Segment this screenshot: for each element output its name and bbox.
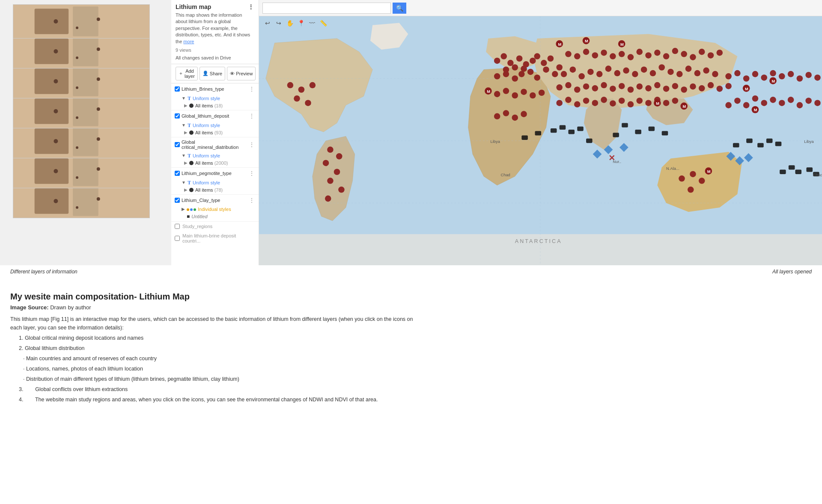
expand-arrow-brines[interactable]: ▼ <box>182 96 186 101</box>
items-dot-pegmotite <box>189 188 194 192</box>
svg-point-100 <box>752 95 759 102</box>
svg-point-35 <box>636 49 643 55</box>
svg-point-96 <box>672 98 679 104</box>
screenshot-6 <box>13 154 150 188</box>
svg-point-19 <box>503 71 509 77</box>
svg-text:Nur..: Nur.. <box>613 160 621 164</box>
layer-checkbox-study[interactable] <box>175 224 180 229</box>
layer-checkbox-clay[interactable] <box>175 198 180 203</box>
svg-point-33 <box>619 51 625 57</box>
style-label-clay[interactable]: Individual styles <box>198 207 231 212</box>
svg-text:ANTARCTICA: ANTARCTICA <box>515 238 562 244</box>
svg-text:M: M <box>745 87 748 91</box>
layer-style-pegmotite: ▼ 𝐓 Uniform style <box>171 179 259 187</box>
map-search-button[interactable]: 🔍 <box>393 3 406 14</box>
layer-checkbox-critical[interactable] <box>175 142 180 147</box>
pin-button[interactable]: 📍 <box>296 18 306 28</box>
layer-menu-deposit[interactable]: ⋮ <box>249 113 255 119</box>
style-icon-pegmotite: 𝐓 <box>188 180 191 186</box>
map-menu-icon[interactable]: ⋮ <box>248 3 254 10</box>
svg-point-104 <box>788 97 794 103</box>
items-expand-deposit[interactable]: ▶ <box>184 130 188 135</box>
svg-point-113 <box>770 70 776 77</box>
svg-point-112 <box>761 74 767 81</box>
layer-checkbox-brines[interactable] <box>175 86 180 92</box>
svg-rect-166 <box>577 127 584 131</box>
expand-arrow-critical[interactable]: ▼ <box>182 153 186 158</box>
svg-point-98 <box>734 98 741 104</box>
svg-point-111 <box>752 71 759 77</box>
svg-point-143 <box>699 178 705 184</box>
map-title-bar: Lithium map ⋮ <box>171 0 259 12</box>
redo-button[interactable]: ↪ <box>274 18 284 28</box>
svg-point-103 <box>779 100 785 106</box>
svg-point-7 <box>500 53 507 59</box>
svg-point-20 <box>512 75 518 82</box>
svg-point-58 <box>676 71 683 77</box>
map-search-input[interactable] <box>262 3 391 14</box>
layer-header-pegmotite: Lithium_pegmotite_type ⋮ <box>171 168 259 179</box>
svg-point-86 <box>583 98 590 104</box>
svg-point-48 <box>587 69 594 75</box>
svg-rect-157 <box>766 139 773 143</box>
expand-arrow-clay[interactable]: ▶ <box>182 207 185 211</box>
add-layer-button[interactable]: ＋ Add layer <box>176 67 198 80</box>
map-area[interactable]: 🔍 ↩ ↪ ✋ 📍 〰 📏 <box>259 0 822 265</box>
svg-text:M: M <box>620 42 624 47</box>
svg-point-44 <box>717 50 723 56</box>
svg-point-80 <box>708 82 714 89</box>
content-title: My wesite main compositation- Lithium Ma… <box>10 292 421 302</box>
svg-point-115 <box>788 71 794 77</box>
svg-point-109 <box>734 70 741 77</box>
style-icon-clay <box>187 207 196 212</box>
svg-point-138 <box>310 82 316 89</box>
layer-menu-critical[interactable]: ⋮ <box>249 141 255 148</box>
items-expand-brines[interactable]: ▶ <box>184 103 188 108</box>
svg-point-14 <box>521 65 527 72</box>
items-expand-critical[interactable]: ▶ <box>184 160 188 165</box>
eye-icon: 👁 <box>230 71 235 76</box>
items-expand-pegmotite[interactable]: ▶ <box>184 187 188 192</box>
source-label: Image Source: <box>10 304 49 311</box>
ruler-button[interactable]: 📏 <box>318 18 328 28</box>
svg-text:M: M <box>707 169 711 174</box>
layer-checkbox-pegmotite[interactable] <box>175 171 180 176</box>
hand-tool-button[interactable]: ✋ <box>285 18 295 28</box>
svg-point-52 <box>623 68 629 74</box>
svg-point-31 <box>601 50 607 56</box>
layer-menu-brines[interactable]: ⋮ <box>249 86 255 92</box>
svg-point-106 <box>805 98 812 104</box>
layer-menu-clay[interactable]: ⋮ <box>249 197 255 204</box>
layer-item-deposit: Global_lithium_deposit ⋮ ▼ 𝐓 Uniform sty… <box>171 110 259 137</box>
svg-text:M: M <box>771 79 775 83</box>
preview-button[interactable]: 👁 Preview <box>227 67 256 80</box>
polyline-button[interactable]: 〰 <box>307 18 317 28</box>
svg-point-74 <box>654 82 661 89</box>
svg-text:Libya: Libya <box>491 139 500 144</box>
svg-point-6 <box>494 58 500 64</box>
style-label-critical[interactable]: Uniform style <box>193 153 220 158</box>
share-button[interactable]: 👤 Share <box>200 67 225 80</box>
items-dot-critical <box>189 161 194 165</box>
svg-point-72 <box>636 83 643 90</box>
layer-menu-pegmotite[interactable]: ⋮ <box>249 170 255 177</box>
style-label-pegmotite[interactable]: Uniform style <box>193 180 220 185</box>
undo-button[interactable]: ↩ <box>262 18 273 28</box>
svg-point-124 <box>539 89 545 96</box>
svg-point-70 <box>619 83 625 89</box>
svg-rect-158 <box>775 142 782 146</box>
expand-arrow-deposit[interactable]: ▼ <box>182 123 186 127</box>
svg-point-140 <box>305 100 311 106</box>
layer-items-critical: ▶ All items (2000) <box>171 160 259 167</box>
style-label-brines[interactable]: Uniform style <box>193 96 220 101</box>
layer-checkbox-main[interactable] <box>175 236 180 241</box>
svg-point-139 <box>294 95 300 102</box>
layer-checkbox-deposit[interactable] <box>175 113 180 119</box>
expand-arrow-pegmotite[interactable]: ▼ <box>182 180 186 185</box>
svg-point-71 <box>628 86 634 93</box>
svg-rect-153 <box>662 131 668 135</box>
style-label-deposit[interactable]: Uniform style <box>193 123 220 128</box>
svg-point-11 <box>530 58 536 64</box>
map-title-text: Lithium map <box>176 3 248 10</box>
map-desc-more-link[interactable]: more <box>183 39 194 44</box>
